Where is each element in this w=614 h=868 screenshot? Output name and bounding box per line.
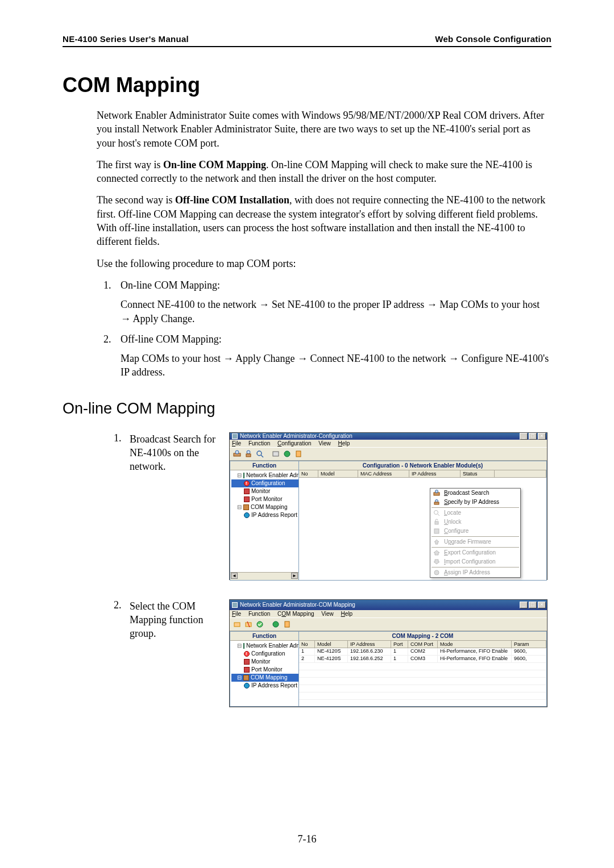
tree-scrollbar[interactable]: ◄► — [230, 572, 298, 580]
toolbar-btn-1[interactable] — [232, 449, 242, 459]
close-button[interactable]: × — [538, 433, 546, 440]
tree-configuration[interactable]: Configuration — [231, 650, 298, 658]
menu-file[interactable]: File — [232, 611, 241, 617]
ctx-upgrade: Upgrade Firmware — [430, 537, 520, 546]
col-param[interactable]: Param — [512, 641, 546, 648]
col-no[interactable]: No — [299, 641, 315, 648]
ctx-broadcast-search[interactable]: Broadcast Search — [430, 489, 520, 498]
header-right: Web Console Configuration — [435, 34, 551, 44]
menu-help[interactable]: Help — [341, 611, 353, 617]
ctx-separator — [432, 507, 519, 508]
svg-rect-16 — [434, 529, 439, 533]
svg-rect-12 — [434, 502, 439, 504]
ctx-assign-ip: Assign IP Address — [430, 568, 520, 577]
titlebar: Network Enabler Administrator-Configurat… — [230, 433, 547, 440]
toolbar-btn-4[interactable] — [271, 619, 281, 629]
tree-com-mapping[interactable]: ⊟COM Mapping — [231, 674, 298, 682]
menu-view[interactable]: View — [321, 611, 334, 617]
function-tree-2: Function ⊟Network Enabler Admi… Configur… — [230, 631, 299, 707]
tree-configuration[interactable]: Configuration — [231, 479, 298, 487]
col-blank — [495, 470, 546, 477]
menu-view[interactable]: View — [318, 440, 331, 446]
col-ip[interactable]: IP Address — [409, 470, 460, 477]
upgrade-icon — [433, 538, 441, 546]
col-mode[interactable]: Mode — [438, 641, 512, 648]
col-no[interactable]: No — [299, 470, 318, 477]
col-port[interactable]: Port — [391, 641, 408, 648]
toolbar-btn-4[interactable] — [271, 449, 281, 459]
ctx-specify-ip[interactable]: Specify by IP Address — [430, 498, 520, 507]
table-row[interactable]: 1 NE-4120S 192.168.6.230 1 COM2 Hi-Perfo… — [299, 648, 546, 656]
section-title: COM Mapping — [63, 73, 551, 97]
toolbar-btn-3[interactable] — [255, 619, 265, 629]
para-online: The first way is On-line COM Mapping. On… — [97, 158, 551, 186]
tree-monitor[interactable]: Monitor — [231, 658, 298, 666]
toolbar-btn-6[interactable] — [293, 449, 304, 459]
tree-com-mapping[interactable]: ⊟COM Mapping — [231, 503, 298, 511]
svg-point-13 — [434, 510, 438, 514]
grid-title-2: COM Mapping - 2 COM — [299, 632, 546, 641]
tree-ip-report[interactable]: IP Address Report — [231, 682, 298, 690]
monitor-icon — [244, 489, 250, 494]
function-tree: Function ⊟Network Enabler Admi… Configur… — [230, 461, 299, 581]
toolbar-btn-3[interactable] — [255, 449, 265, 459]
minimize-button[interactable]: _ — [520, 433, 528, 440]
svg-point-1 — [235, 450, 239, 454]
toolbar-btn-5[interactable] — [282, 619, 292, 629]
maximize-button[interactable]: □ — [529, 433, 537, 440]
svg-rect-3 — [246, 454, 251, 457]
menu-file[interactable]: File — [232, 440, 241, 446]
svg-point-2 — [247, 450, 250, 454]
menu-help[interactable]: Help — [338, 440, 350, 446]
col-status[interactable]: Status — [460, 470, 495, 477]
config-icon — [244, 481, 250, 486]
assign-ip-icon — [433, 569, 441, 577]
header-left: NE-4100 Series User's Manual — [63, 34, 189, 44]
toolbar-btn-2[interactable] — [243, 449, 254, 459]
window-controls: _ □ × — [520, 433, 546, 440]
toolbar-btn-1[interactable] — [232, 619, 242, 629]
col-comport[interactable]: COM Port — [408, 641, 438, 648]
step-2-text: Select the COM Mapping function group. — [130, 599, 229, 641]
locate-icon — [433, 509, 441, 517]
menu-com-mapping[interactable]: COM Mapping — [277, 611, 314, 617]
toolbar-btn-5[interactable] — [282, 449, 292, 459]
config-icon — [244, 651, 250, 657]
tree-ip-report[interactable]: IP Address Report — [231, 511, 298, 519]
svg-point-17 — [434, 570, 439, 575]
tree-port-monitor[interactable]: Port Monitor — [231, 666, 298, 674]
menu-configuration[interactable]: Configuration — [277, 440, 312, 446]
config-window: Network Enabler Administrator-Configurat… — [229, 432, 547, 580]
com-mapping-icon — [243, 504, 249, 510]
page-header: NE-4100 Series User's Manual Web Console… — [63, 34, 551, 47]
maximize-button[interactable]: □ — [529, 602, 537, 608]
table-row[interactable]: 2 NE-4120S 192.168.6.252 1 COM3 Hi-Perfo… — [299, 656, 546, 663]
config-grid: Configuration - 0 Network Enabler Module… — [299, 461, 547, 581]
svg-rect-18 — [234, 623, 240, 627]
toolbar-btn-2[interactable] — [243, 619, 254, 629]
tree-root[interactable]: ⊟Network Enabler Admi… — [231, 642, 298, 650]
close-button[interactable]: × — [538, 602, 546, 608]
context-menu: Broadcast Search Specify by IP Address L… — [430, 488, 521, 578]
import-icon — [433, 558, 441, 566]
tree-monitor[interactable]: Monitor — [231, 487, 298, 495]
minimize-button[interactable]: _ — [520, 602, 528, 608]
body-text: Network Enabler Administrator Suite come… — [97, 108, 551, 379]
col-model[interactable]: Model — [315, 641, 348, 648]
col-model[interactable]: Model — [318, 470, 358, 477]
tree-header-2: Function — [230, 632, 298, 641]
col-ip[interactable]: IP Address — [348, 641, 391, 648]
svg-point-4 — [257, 451, 262, 456]
commapping-grid: COM Mapping - 2 COM No Model IP Address … — [299, 631, 547, 707]
com-mapping-icon — [243, 675, 249, 681]
col-mac[interactable]: MAC Address — [358, 470, 409, 477]
tree-port-monitor[interactable]: Port Monitor — [231, 495, 298, 503]
step-1-screenshot: Network Enabler Administrator-Configurat… — [229, 432, 551, 580]
table-row — [299, 692, 546, 700]
menu-function[interactable]: Function — [248, 611, 270, 617]
tree-root[interactable]: ⊟Network Enabler Admi… — [231, 471, 298, 479]
configure-icon — [433, 527, 441, 535]
svg-point-10 — [435, 490, 438, 493]
app-icon — [232, 433, 238, 439]
menu-function[interactable]: Function — [248, 440, 270, 446]
